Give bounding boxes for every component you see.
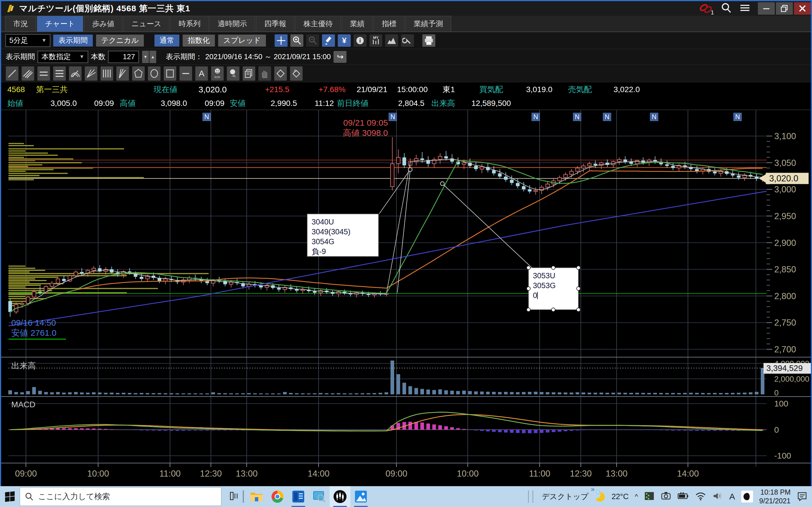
taskbar-app-explorer[interactable]: [246, 486, 267, 507]
tab-shikyo[interactable]: 市況: [5, 16, 36, 32]
desktop-toolbar[interactable]: » デスクトップ: [542, 492, 589, 502]
print-icon[interactable]: [422, 34, 435, 47]
weather-icon[interactable]: [595, 491, 605, 502]
close-button[interactable]: [794, 2, 811, 15]
taskbar-app-snip[interactable]: [309, 486, 329, 507]
text-tool-icon[interactable]: A: [195, 66, 208, 81]
my-chart-icon[interactable]: MY: [369, 34, 382, 47]
taskbar-search[interactable]: ここに入力して検索: [20, 487, 221, 506]
info-icon[interactable]: i: [354, 34, 366, 47]
chart-panes[interactable]: 09:0010:0011:0012:3013:0014:0009:0010:00…: [1, 110, 811, 486]
crosshair-plus-icon[interactable]: [274, 34, 288, 47]
taskbar-app-photos[interactable]: [350, 486, 371, 507]
taskbar-clock[interactable]: 10:18 PM 9/21/2021: [759, 488, 791, 505]
reload-icon[interactable]: ↩: [334, 51, 347, 63]
taskbar-app-doc[interactable]: [288, 486, 309, 507]
task-view-icon[interactable]: [229, 490, 241, 503]
fan-lines-tool-icon[interactable]: [85, 66, 98, 81]
wrench-icon[interactable]: [401, 34, 414, 47]
tab-forecast[interactable]: 業績予測: [405, 16, 451, 32]
pitchfork-tool-icon[interactable]: [116, 66, 129, 81]
indicator-icon[interactable]: [644, 491, 654, 502]
notification-icon[interactable]: [797, 491, 808, 502]
taskbar-app-trading-active[interactable]: [329, 486, 350, 507]
window-title: マルチツール(個別銘柄) 4568 第一三共 東1: [19, 3, 190, 14]
selection-handle[interactable]: [576, 266, 580, 270]
hline-3-tool-icon[interactable]: [53, 66, 66, 81]
svg-text:安値 2761.0: 安値 2761.0: [11, 328, 56, 337]
tray-expand-icon[interactable]: ^: [635, 493, 638, 501]
selection-handle[interactable]: [526, 307, 530, 312]
rectangle-tool-icon[interactable]: [163, 66, 176, 81]
technical-button[interactable]: テクニカル: [96, 34, 144, 47]
selection-handle[interactable]: [526, 266, 530, 270]
chart-canvas[interactable]: 09:0010:0011:0012:3013:0014:0009:0010:00…: [1, 110, 811, 486]
fibonacci-arc-tool-icon[interactable]: [69, 66, 82, 81]
weather-temp[interactable]: 22°C: [612, 492, 628, 501]
selection-handle[interactable]: [526, 286, 530, 291]
selection-handle[interactable]: [576, 286, 580, 291]
zoom-in-icon[interactable]: [290, 34, 303, 47]
tab-yutai[interactable]: 株主優待: [295, 16, 341, 32]
camera-icon[interactable]: [661, 491, 671, 502]
vlines-tool-icon[interactable]: [100, 66, 113, 81]
selection-handle[interactable]: [551, 307, 555, 312]
speaker-icon[interactable]: [712, 492, 723, 502]
pointer-return-tool-icon[interactable]: [227, 66, 240, 81]
search-icon[interactable]: [721, 2, 732, 15]
restore-button[interactable]: [776, 2, 793, 15]
selection-handle[interactable]: [576, 307, 580, 312]
ellipse-tool-icon[interactable]: [148, 66, 161, 81]
chart-annotation-2-selected[interactable]: 3053U 3053G 0: [528, 268, 578, 310]
svg-text:13:00: 13:00: [606, 469, 627, 478]
pentagon-tool-icon[interactable]: [132, 66, 145, 81]
interval-select[interactable]: 5分足▼: [6, 34, 50, 47]
minimize-button[interactable]: [758, 2, 775, 15]
title-bar[interactable]: マルチツール(個別銘柄) 4568 第一三共 東1 1: [1, 1, 811, 16]
svg-text:2,000,000: 2,000,000: [774, 375, 809, 383]
volume-value: 12,589,500: [471, 99, 511, 108]
tab-news[interactable]: ニュース: [123, 16, 169, 32]
battery-icon[interactable]: [677, 492, 689, 501]
spread-button[interactable]: スプレッド: [218, 34, 266, 47]
count-input[interactable]: 127: [108, 51, 139, 63]
yen-icon[interactable]: ¥: [338, 34, 351, 47]
eraser-tool-icon[interactable]: [274, 66, 287, 81]
svg-text:i: i: [359, 38, 361, 44]
tab-chart[interactable]: チャート: [37, 16, 83, 32]
svg-text:3,394,529: 3,394,529: [766, 363, 803, 373]
quote-row-2: 始値 3,005.0 09:09 高値 3,098.0 09:09 安値 2,9…: [1, 97, 811, 110]
volume-label: 出来高: [432, 98, 455, 109]
period-mode-select[interactable]: 本数指定▼: [38, 51, 88, 63]
news-badges[interactable]: NNNNNNN: [203, 113, 742, 121]
start-button[interactable]: [0, 486, 20, 507]
link-icon[interactable]: 1: [699, 3, 713, 14]
tab-ayumine[interactable]: 歩み値: [84, 16, 123, 32]
ime-icon[interactable]: [741, 491, 753, 503]
taskbar-app-chrome[interactable]: [267, 486, 288, 507]
eraser-all-tool-icon[interactable]: A: [290, 66, 303, 81]
pencil-icon[interactable]: [322, 34, 335, 47]
icon-stamp-tool-icon[interactable]: icon: [211, 66, 224, 81]
menu-icon[interactable]: [739, 2, 751, 15]
normal-button[interactable]: 通常: [154, 34, 180, 47]
tab-disclosure[interactable]: 適時開示: [209, 16, 255, 32]
hsegment-tool-icon[interactable]: [179, 66, 192, 81]
count-spinner[interactable]: ▼▲: [142, 51, 156, 63]
ime-mode-a[interactable]: A: [729, 492, 735, 501]
parallel-channel-tool-icon[interactable]: [21, 66, 35, 81]
display-period-button[interactable]: 表示期間: [53, 34, 93, 47]
area-chart-icon[interactable]: [385, 34, 398, 47]
wifi-icon[interactable]: [695, 492, 706, 502]
selection-handle[interactable]: [551, 266, 555, 270]
tab-shikiho[interactable]: 四季報: [256, 16, 294, 32]
tab-gyoseki[interactable]: 業績: [342, 16, 373, 32]
tab-shihyo[interactable]: 指標: [373, 16, 405, 32]
svg-text:N: N: [391, 113, 395, 121]
indexed-button[interactable]: 指数化: [183, 34, 215, 47]
duplicate-tool-icon[interactable]: [243, 66, 255, 81]
trendline-tool-icon[interactable]: [6, 66, 18, 81]
hline-2-tool-icon[interactable]: [37, 66, 50, 81]
chart-annotation-1[interactable]: 3040U 3049(3045) 3054G 負-9: [307, 214, 378, 257]
tab-timeseries[interactable]: 時系列: [170, 16, 209, 32]
